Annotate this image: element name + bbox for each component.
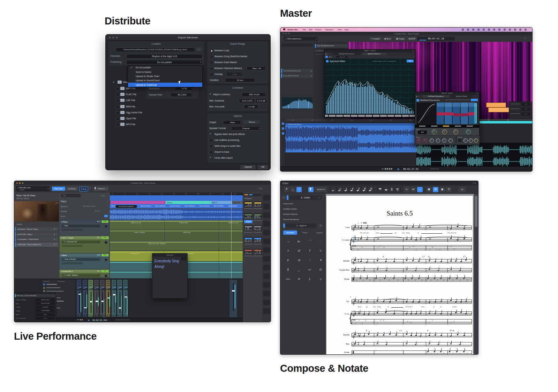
browser-back-row[interactable]: ‹ PreSonus xyxy=(244,198,252,199)
sections-row-value[interactable]: Spot Mode 1-Bar ▾ xyxy=(83,205,96,207)
section-block[interactable]: Chorus▾ xyxy=(166,201,211,204)
plugin-tab-active[interactable]: Spectrum Meter ✕ xyxy=(362,53,386,55)
option-check-icon[interactable]: ✓ xyxy=(209,132,212,135)
play-next-button[interactable]: Play Next xyxy=(52,187,65,191)
browse-button[interactable]: ... xyxy=(196,47,202,51)
format-checkbox[interactable] xyxy=(116,99,119,102)
strip-slot[interactable] xyxy=(77,281,81,282)
add-variation-button[interactable]: ＋ xyxy=(318,224,323,228)
preset-icons[interactable]: A ↻ xyxy=(329,56,332,58)
lyrics-chip[interactable] xyxy=(104,215,108,217)
item-icons[interactable]: ◉ ＋ xyxy=(54,233,57,235)
menubar-status-icon[interactable] xyxy=(504,29,506,31)
strip-slot[interactable] xyxy=(112,283,116,284)
option-checkbox[interactable] xyxy=(210,145,213,148)
knob[interactable] xyxy=(448,138,453,143)
track-header[interactable]: ≡ Gtr 1 - AngelsM SEdit⌁ 2 - American (D… xyxy=(60,236,109,253)
item-icons[interactable]: ◉ ＋ xyxy=(54,238,57,240)
symbol-button[interactable]: ··· xyxy=(316,238,325,244)
input-mode-button[interactable]: ‿ xyxy=(290,187,295,192)
strip-slot[interactable] xyxy=(89,281,92,282)
device-thumbnail[interactable] xyxy=(244,201,252,208)
menubar-item[interactable]: Help xyxy=(345,29,349,31)
inspector-row-value[interactable]: Free xyxy=(36,313,55,316)
menubar-item[interactable]: View xyxy=(338,29,342,31)
device-thumbnail[interactable] xyxy=(244,237,252,243)
inspector-row-value[interactable]: 119.00 BPM xyxy=(36,309,55,312)
view-mode-button[interactable]: ▤ xyxy=(433,187,438,192)
macro-value[interactable]: 1.2 xyxy=(522,103,530,106)
strip-slot[interactable] xyxy=(95,283,98,284)
panel-tab[interactable] xyxy=(263,300,270,305)
menu-item[interactable]: Send to Notion xyxy=(128,70,202,74)
menubar-status-icon[interactable] xyxy=(472,29,474,31)
menu-item[interactable]: Upload to TuneCore xyxy=(128,83,202,87)
strip-slot[interactable] xyxy=(124,283,127,284)
symbol-button[interactable]: ⁝ xyxy=(306,257,314,263)
panel-tab[interactable] xyxy=(263,221,270,227)
strip-slot[interactable] xyxy=(112,285,116,286)
rest-button[interactable] xyxy=(384,187,389,192)
radio-button[interactable] xyxy=(210,61,213,64)
view-mode-button[interactable]: ▣ xyxy=(439,187,445,192)
plugin-header-icons[interactable]: ◧ ∿ xyxy=(325,53,329,55)
menubar-item[interactable]: Studio One xyxy=(287,29,298,31)
plugin-titlebar[interactable]: Master - Inserts xyxy=(324,50,415,52)
knob[interactable] xyxy=(466,129,471,134)
mixer-strip[interactable]: 0 xyxy=(94,279,99,317)
menubar-item[interactable]: Project xyxy=(315,29,321,31)
scrollbar-thumb[interactable] xyxy=(475,196,477,227)
format-checkbox[interactable] xyxy=(116,93,119,96)
patch-slot[interactable]: ⌁ Note xyxy=(62,225,100,227)
view-mode-button[interactable]: O xyxy=(446,187,452,192)
mixer-strip[interactable]: 0 xyxy=(123,279,128,317)
setlist-item[interactable]: ▸ Embrace - Electric Camp◉ ＋ xyxy=(15,227,58,232)
inspector-row-value[interactable]: Wait for Next xyxy=(36,299,55,301)
apple-menu-icon[interactable] xyxy=(283,28,285,30)
plugin-tab[interactable]: Spectrum Meter xyxy=(451,95,472,98)
note-value-button[interactable] xyxy=(355,187,361,192)
mute-solo-buttons[interactable]: M S xyxy=(97,270,100,272)
note-value-button[interactable] xyxy=(337,187,342,192)
grid-icon[interactable] xyxy=(282,196,285,199)
cancel-button[interactable]: Cancel xyxy=(240,165,256,169)
filename-field[interactable]: Rhythm of the Night V19 xyxy=(126,54,203,59)
mute-solo-buttons[interactable]: M S xyxy=(97,254,100,256)
strip-slot[interactable] xyxy=(77,285,81,286)
strip-slot[interactable] xyxy=(100,283,104,284)
device-thumbnail[interactable] xyxy=(244,225,252,231)
panel-tab[interactable] xyxy=(263,204,270,209)
option-checkbox[interactable] xyxy=(210,139,213,142)
strip-slot[interactable] xyxy=(100,281,104,282)
toolbar-button[interactable]: ▤ DDP xyxy=(407,37,417,40)
band-label[interactable] xyxy=(455,126,461,127)
editor-window-icons[interactable]: ⤢ ✕ xyxy=(473,182,476,184)
loudness-mode-dropdown[interactable]: EBU R128▾ xyxy=(242,92,267,97)
strip-slot[interactable] xyxy=(100,285,104,286)
menubar-status-icon[interactable] xyxy=(525,29,527,31)
note-value-button[interactable] xyxy=(331,187,336,192)
mute-solo-buttons[interactable]: M S xyxy=(97,237,100,239)
knob[interactable] xyxy=(430,138,434,143)
knob[interactable] xyxy=(436,138,440,143)
knob[interactable] xyxy=(442,138,446,143)
device-thumbnail[interactable] xyxy=(254,225,262,231)
knob[interactable] xyxy=(474,138,478,143)
format-checkbox[interactable] xyxy=(116,105,119,108)
publishing-dropdown[interactable]: Do not publish▾ xyxy=(126,60,203,65)
symbol-button[interactable]: O xyxy=(316,266,325,273)
strip-slot[interactable] xyxy=(95,285,98,286)
overlap-checkbox[interactable] xyxy=(210,73,213,76)
sidebar-tab-symbols[interactable]: Symbols xyxy=(283,231,297,235)
max-loudness-value[interactable]: -23.0 LUFS xyxy=(239,99,255,103)
symbol-button[interactable]: ≋ xyxy=(295,257,303,263)
strip-slot[interactable] xyxy=(124,285,127,286)
panel-tab[interactable] xyxy=(263,256,270,262)
pedal-button[interactable]: ▭ xyxy=(458,187,466,192)
knob[interactable] xyxy=(463,138,468,143)
strip-slot[interactable] xyxy=(106,285,110,286)
clip-orange[interactable] xyxy=(488,107,511,112)
symbol-button[interactable]: < xyxy=(316,248,325,254)
chords-row-value[interactable]: Dim/7th xyxy=(95,210,100,212)
audio-track-cyan[interactable] xyxy=(416,143,532,169)
